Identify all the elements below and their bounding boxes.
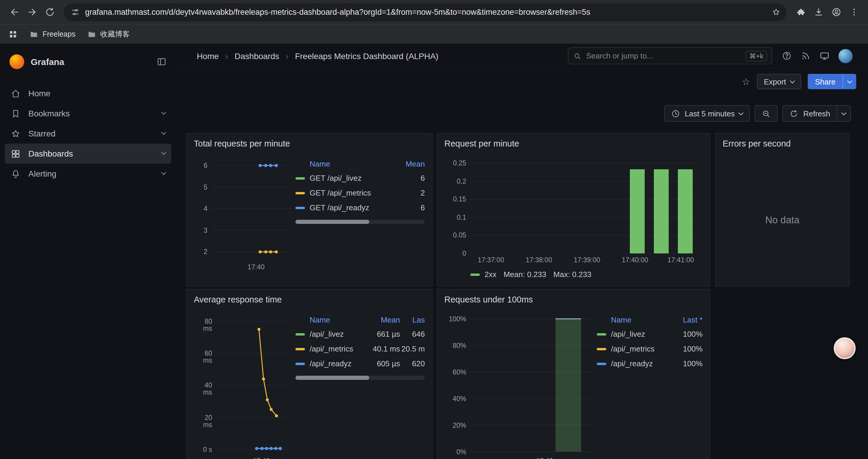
series-swatch[interactable] [296, 206, 305, 209]
panel-title[interactable]: Average response time [187, 290, 432, 304]
back-button[interactable] [6, 4, 23, 21]
series-name[interactable]: 2xx [485, 270, 496, 279]
apps-grid-button[interactable] [8, 30, 18, 39]
address-bar[interactable]: grafana.mathmast.com/d/deytv4rwavabkb/fr… [64, 3, 786, 21]
legend-row[interactable]: /api/_metrics 40.1 ms 20.5 m [296, 341, 425, 356]
extensions-button[interactable] [793, 4, 809, 21]
scrollbar-thumb[interactable] [296, 220, 369, 224]
legend-header-name[interactable]: Name [296, 315, 365, 324]
scrollbar-thumb[interactable] [296, 376, 369, 380]
panel-title[interactable]: Requests under 100ms [437, 290, 710, 304]
legend-row[interactable]: GET /api/_readyz 6 [296, 200, 425, 215]
help-icon[interactable] [782, 51, 792, 61]
chevron-down-icon[interactable] [161, 130, 166, 135]
series-swatch[interactable] [597, 362, 606, 365]
sidebar-item-bookmarks[interactable]: Bookmarks [5, 103, 172, 124]
search-shortcut: ⌘+k [746, 51, 767, 61]
profile-icon [831, 7, 841, 17]
legend-header-name[interactable]: Name [597, 315, 670, 324]
floating-assistant-avatar[interactable] [834, 337, 856, 359]
dashboard-actions: ☆ Export Share [742, 74, 856, 89]
refresh-interval-button[interactable] [837, 105, 851, 122]
legend-scrollbar[interactable] [296, 220, 425, 224]
legend-header-mean[interactable]: Mean [392, 159, 425, 168]
legend-table: Name Mean GET /api/_livez 6 GET /api/_me… [296, 157, 425, 276]
series-swatch[interactable] [470, 273, 480, 275]
rss-icon[interactable] [801, 51, 811, 61]
dashboards-grid-icon [11, 149, 21, 159]
downloads-button[interactable] [810, 4, 827, 21]
plot-area[interactable] [216, 315, 292, 454]
monitor-icon[interactable] [819, 51, 830, 61]
legend-row[interactable]: GET /api/_metrics 2 [296, 186, 425, 200]
zoom-out-button[interactable] [755, 105, 778, 122]
refresh-button[interactable]: Refresh [783, 105, 837, 122]
series-name[interactable]: /api/_metrics [310, 345, 365, 353]
series-last: 620 [400, 359, 425, 368]
series-swatch[interactable] [296, 177, 305, 179]
series-name[interactable]: /api/_readyz [310, 359, 365, 368]
series-swatch[interactable] [597, 333, 606, 335]
legend-row[interactable]: /api/_readyz 605 µs 620 [296, 356, 425, 371]
search-input[interactable] [586, 52, 741, 60]
forward-button[interactable] [24, 4, 40, 21]
series-name[interactable]: /api/_livez [611, 330, 670, 338]
legend-row[interactable]: /api/_livez 661 µs 646 [296, 327, 425, 341]
bookmark-folder-blogs[interactable]: 收藏博客 [87, 29, 130, 39]
sidebar-item-starred[interactable]: Starred [5, 124, 172, 143]
series-mean: 605 µs [365, 359, 400, 368]
search-box[interactable]: ⌘+k [568, 47, 772, 64]
plot-area[interactable] [470, 158, 699, 254]
profile-button[interactable] [828, 4, 844, 21]
sidebar-item-dashboards[interactable]: Dashboards [5, 143, 172, 164]
bookmark-star-icon[interactable] [772, 8, 780, 17]
export-button[interactable]: Export [756, 74, 801, 89]
user-avatar[interactable] [838, 49, 852, 63]
chevron-down-icon[interactable] [161, 150, 166, 155]
legend-scrollbar[interactable] [296, 376, 425, 380]
plot-area[interactable] [212, 160, 292, 261]
legend-header-last[interactable]: Last * [670, 315, 703, 324]
time-range-picker[interactable]: Last 5 minutes [664, 105, 750, 122]
breadcrumb-dashboards[interactable]: Dashboards [235, 51, 279, 61]
sidebar-item-home[interactable]: Home [5, 83, 172, 103]
series-name[interactable]: GET /api/_readyz [310, 203, 392, 212]
legend-row[interactable]: /api/_livez 100% [597, 327, 703, 341]
breadcrumb-home[interactable]: Home [197, 51, 219, 61]
series-swatch[interactable] [296, 362, 305, 365]
legend-row[interactable]: GET /api/_livez 6 [296, 171, 425, 186]
panel-title[interactable]: Request per minute [437, 133, 710, 148]
series-name[interactable]: /api/_metrics [611, 345, 670, 353]
url-text[interactable]: grafana.mathmast.com/d/deytv4rwavabkb/fr… [85, 8, 766, 17]
series-name[interactable]: GET /api/_metrics [310, 189, 392, 197]
grafana-logo[interactable] [9, 54, 24, 69]
legend-row[interactable]: /api/_metrics 100% [597, 341, 703, 356]
chevron-down-icon[interactable] [161, 110, 166, 115]
refresh-label: Refresh [803, 109, 830, 118]
sidebar-item-alerting[interactable]: Alerting [5, 164, 172, 184]
series-swatch[interactable] [296, 348, 305, 350]
favorite-dashboard-button[interactable]: ☆ [742, 76, 750, 87]
reload-button[interactable] [41, 4, 58, 21]
sidebar-collapse-icon[interactable] [157, 57, 167, 67]
share-button[interactable]: Share [808, 74, 843, 89]
plot-area[interactable] [470, 315, 592, 454]
legend-header-mean[interactable]: Mean [365, 315, 400, 324]
series-swatch[interactable] [296, 192, 305, 194]
bookmark-folder-freeleaps[interactable]: Freeleaps [30, 30, 75, 39]
series-name[interactable]: /api/_readyz [611, 359, 670, 368]
panel-errors-per-second: Errors per second No data [715, 133, 850, 287]
legend-row[interactable]: /api/_readyz 100% [597, 356, 703, 371]
panel-average-response-time: Average response time 80 ms60 ms40 ms20 … [186, 289, 433, 459]
series-swatch[interactable] [597, 348, 606, 350]
share-menu-button[interactable] [843, 74, 856, 89]
series-swatch[interactable] [296, 333, 305, 335]
legend-header-name[interactable]: Name [296, 159, 392, 168]
legend-header-last[interactable]: Las [400, 315, 425, 324]
series-name[interactable]: /api/_livez [310, 330, 365, 338]
chevron-down-icon[interactable] [161, 170, 166, 175]
series-name[interactable]: GET /api/_livez [310, 174, 392, 183]
panel-title[interactable]: Total requests per minute [187, 133, 432, 148]
browser-menu-button[interactable] [845, 4, 862, 21]
panel-title[interactable]: Errors per second [716, 133, 849, 148]
